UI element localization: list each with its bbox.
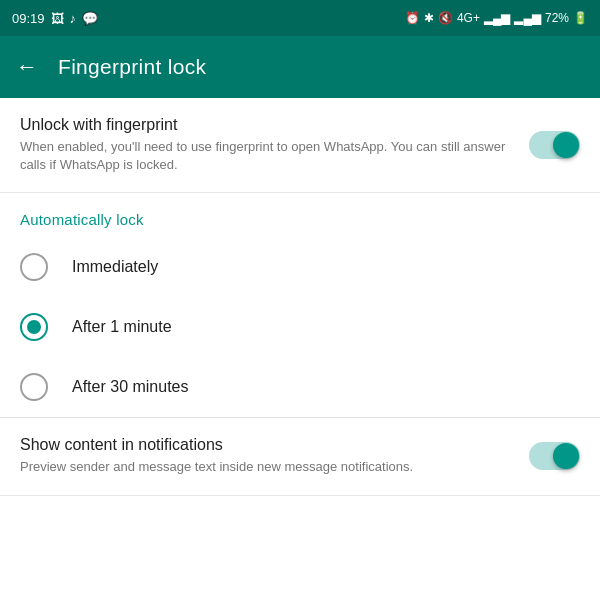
show-content-notifications-row[interactable]: Show content in notifications Preview se…: [0, 418, 600, 495]
signal-icon-2: ▂▄▆: [514, 11, 541, 25]
status-bar: 09:19 🖼 ♪ 💬 ⏰ ✱ 🔇 4G+ ▂▄▆ ▂▄▆ 72% 🔋: [0, 0, 600, 36]
mute-icon: 🔇: [438, 11, 453, 25]
radio-immediately[interactable]: Immediately: [0, 237, 600, 297]
radio-button-immediately[interactable]: [20, 253, 48, 281]
radio-label-after-1-minute: After 1 minute: [72, 318, 172, 336]
toggle-thumb: [553, 132, 579, 158]
radio-after-30-minutes[interactable]: After 30 minutes: [0, 357, 600, 417]
signal-icon: ▂▄▆: [484, 11, 511, 25]
battery-icon: 🔋: [573, 11, 588, 25]
unlock-fingerprint-subtitle: When enabled, you'll need to use fingerp…: [20, 138, 513, 174]
radio-inner-after-1-minute: [27, 320, 41, 334]
unlock-fingerprint-toggle[interactable]: [529, 131, 580, 159]
page-title: Fingerprint lock: [58, 55, 206, 79]
alarm-icon: ⏰: [405, 11, 420, 25]
bluetooth-icon: ✱: [424, 11, 434, 25]
radio-button-after-1-minute[interactable]: [20, 313, 48, 341]
show-content-notifications-title: Show content in notifications: [20, 436, 513, 454]
status-bar-right: ⏰ ✱ 🔇 4G+ ▂▄▆ ▂▄▆ 72% 🔋: [405, 11, 588, 25]
message-icon: 💬: [82, 11, 98, 26]
time-display: 09:19: [12, 11, 45, 26]
battery-percent: 72%: [545, 11, 569, 25]
show-content-notifications-subtitle: Preview sender and message text inside n…: [20, 458, 513, 476]
radio-button-after-30-minutes[interactable]: [20, 373, 48, 401]
data-icon: 4G+: [457, 11, 480, 25]
photo-icon: 🖼: [51, 11, 64, 26]
auto-lock-section-title: Automatically lock: [20, 211, 144, 228]
status-bar-left: 09:19 🖼 ♪ 💬: [12, 11, 98, 26]
music-icon: ♪: [70, 11, 77, 26]
radio-label-immediately: Immediately: [72, 258, 158, 276]
content-area: Unlock with fingerprint When enabled, yo…: [0, 98, 600, 496]
unlock-fingerprint-title: Unlock with fingerprint: [20, 116, 513, 134]
auto-lock-section-header: Automatically lock: [0, 193, 600, 237]
unlock-fingerprint-text: Unlock with fingerprint When enabled, yo…: [20, 116, 529, 174]
radio-after-1-minute[interactable]: After 1 minute: [0, 297, 600, 357]
radio-label-after-30-minutes: After 30 minutes: [72, 378, 189, 396]
app-bar: ← Fingerprint lock: [0, 36, 600, 98]
show-content-notifications-text: Show content in notifications Preview se…: [20, 436, 529, 476]
back-button[interactable]: ←: [16, 56, 38, 78]
show-content-notifications-toggle[interactable]: [529, 442, 580, 470]
unlock-fingerprint-row[interactable]: Unlock with fingerprint When enabled, yo…: [0, 98, 600, 193]
